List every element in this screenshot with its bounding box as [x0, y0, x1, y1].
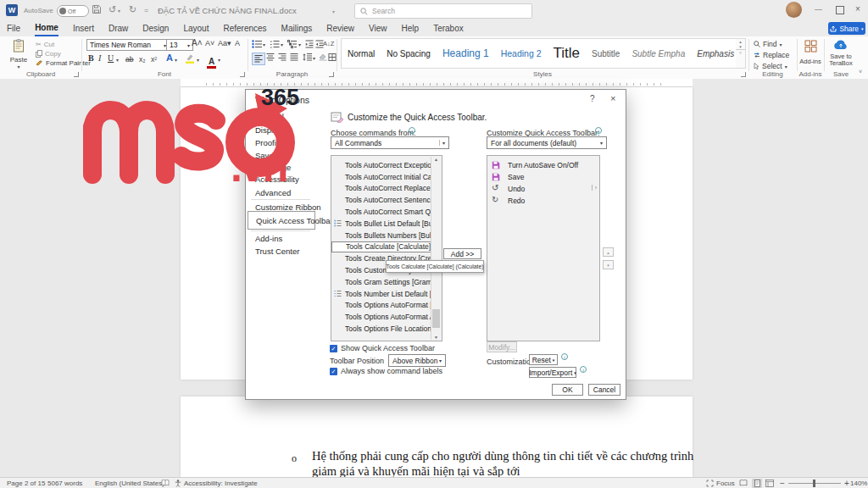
redo-icon[interactable]: ↻ [129, 4, 136, 15]
justify-icon[interactable] [290, 53, 298, 61]
nav-language[interactable]: Language [255, 163, 291, 172]
bold-button[interactable]: B [88, 53, 94, 63]
nav-trust-center[interactable]: Trust Center [255, 247, 299, 256]
dialog-close-button[interactable]: × [610, 93, 615, 103]
import-export-info-icon[interactable]: i [580, 366, 587, 373]
subscript-button[interactable]: x₂ [139, 55, 146, 64]
superscript-button[interactable]: x² [151, 55, 157, 64]
search-box[interactable]: Search [354, 3, 532, 19]
page-indicator[interactable]: Page 2 of 15 [7, 480, 45, 487]
command-item[interactable]: Tools Options AutoFormat As... [331, 311, 431, 323]
qat-overflow-icon[interactable]: = [144, 6, 148, 14]
choose-commands-combo[interactable]: All Commands ▾ [331, 136, 449, 149]
align-right-icon[interactable] [278, 53, 287, 61]
scroll-thumb[interactable] [432, 309, 440, 328]
command-item[interactable]: Tools Bullets Numbers [Bullets... [331, 230, 431, 241]
clear-formatting-icon[interactable]: A [235, 39, 240, 47]
nav-save[interactable]: Save [255, 151, 274, 160]
align-center-icon[interactable] [266, 53, 275, 61]
numbering-dropdown-icon[interactable]: ▾ [281, 42, 283, 47]
web-layout-icon[interactable] [765, 480, 774, 487]
styles-dialog-launcher[interactable] [741, 72, 746, 77]
always-show-labels-option[interactable]: ✓ Always show command labels [330, 367, 442, 375]
style-heading2[interactable]: Heading 2 [495, 40, 548, 67]
align-left-icon[interactable] [252, 53, 265, 65]
command-item[interactable]: Tools AutoCorrect Replace Tex... [331, 183, 431, 195]
language-indicator[interactable]: English (United States) [95, 480, 164, 487]
decrease-indent-icon[interactable] [305, 40, 314, 48]
nav-display[interactable]: Display [255, 125, 281, 135]
share-button[interactable]: Share ▾ [828, 22, 865, 35]
tab-home[interactable]: Home [35, 21, 58, 36]
command-item[interactable]: Tools AutoCorrect Smart Quot... [331, 206, 431, 218]
nav-addins[interactable]: Add-ins [255, 234, 282, 243]
qat-list[interactable]: Turn AutoSave On/Off Save ↺Undo› ↻Redo [487, 155, 600, 341]
tab-file[interactable]: File [7, 22, 20, 36]
minimize-button[interactable]: — [815, 5, 822, 14]
qat-item-redo[interactable]: ↻Redo [487, 195, 599, 207]
style-heading1[interactable]: Heading 1 [437, 40, 495, 67]
grow-font-icon[interactable]: A˄ [192, 38, 203, 47]
underline-button[interactable]: U [108, 53, 114, 63]
line-spacing-dropdown-icon[interactable]: ▾ [313, 55, 315, 61]
collapse-ribbon-icon[interactable]: ˅ [859, 69, 862, 75]
move-down-button[interactable]: ▾ [603, 260, 614, 269]
font-size-combo[interactable]: 13▾ [166, 39, 193, 51]
import-export-button[interactable]: Import/Export▾ [529, 367, 576, 378]
modify-button[interactable]: Modify... [487, 341, 517, 352]
strikethrough-button[interactable]: ab [125, 55, 133, 64]
text-effects-dropdown-icon[interactable]: ▾ [175, 57, 177, 63]
sort-icon[interactable]: A↓Z [323, 40, 334, 47]
customize-qat-info-icon[interactable]: i [595, 127, 602, 134]
command-item[interactable]: Tools AutoCorrect Exceptions [... [331, 159, 431, 171]
copy-button[interactable]: Copy [36, 50, 61, 58]
print-layout-icon[interactable] [752, 479, 762, 488]
font-color-dropdown-icon[interactable]: ▾ [218, 57, 220, 63]
maximize-button[interactable] [836, 6, 844, 14]
commands-list[interactable]: Tools AutoCorrect Exceptions [... Tools … [331, 155, 442, 341]
command-item[interactable]: Tools Bullet List Default [Bullet... [331, 218, 431, 230]
read-mode-icon[interactable] [739, 480, 748, 486]
scroll-up-icon[interactable]: ▲ [431, 157, 441, 162]
tab-mailings[interactable]: Mailings [281, 22, 313, 36]
select-button[interactable]: Select▾ [754, 62, 787, 70]
bullets-dropdown-icon[interactable]: ▾ [263, 42, 265, 47]
accessibility-icon[interactable] [175, 480, 181, 487]
style-title[interactable]: Title [548, 40, 587, 67]
font-dialog-launcher[interactable] [240, 72, 245, 77]
terabox-cloud-icon[interactable] [833, 39, 849, 50]
bullets-icon[interactable] [252, 40, 262, 48]
proofing-icon[interactable] [161, 480, 170, 486]
style-emphasis[interactable]: Emphasis [691, 40, 740, 67]
cut-button[interactable]: ✂Cut [36, 41, 54, 48]
nav-proofing[interactable]: Proofing [255, 138, 285, 147]
undo-icon[interactable]: ↺ [108, 4, 116, 15]
highlight-dropdown-icon[interactable]: ▾ [197, 57, 199, 63]
numbering-icon[interactable] [270, 40, 280, 48]
always-show-labels-checkbox[interactable]: ✓ [330, 368, 337, 375]
font-color-button[interactable]: A [207, 53, 216, 64]
tab-view[interactable]: View [369, 22, 387, 36]
tab-terabox[interactable]: Terabox [433, 22, 464, 36]
show-qat-checkbox[interactable]: ✓ [330, 345, 337, 352]
command-item[interactable]: Tools Gram Settings [Grammar... [331, 276, 431, 288]
nav-quick-access-toolbar-selected[interactable]: Quick Access Toolbar [248, 211, 315, 230]
underline-dropdown-icon[interactable]: ▾ [116, 57, 119, 63]
style-subtle-emphasis[interactable]: Subtle Empha [626, 40, 691, 67]
borders-icon[interactable] [328, 53, 337, 61]
show-qat-option[interactable]: ✓ Show Quick Access Toolbar [330, 344, 435, 352]
qat-item-undo[interactable]: ↺Undo› [487, 183, 599, 195]
horizontal-ruler[interactable] [181, 79, 693, 87]
zoom-out-button[interactable]: − [780, 479, 785, 488]
line-spacing-icon[interactable] [303, 53, 312, 61]
focus-icon[interactable] [706, 480, 714, 487]
nav-accessibility[interactable]: Accessibility [255, 175, 299, 184]
command-item-selected[interactable]: Tools Calculate [Calculate] [331, 241, 431, 253]
cancel-button[interactable]: Cancel [588, 384, 620, 396]
tab-layout[interactable]: Layout [183, 22, 209, 36]
doc-title-chevron-icon[interactable]: ▾ [332, 8, 335, 14]
style-subtitle[interactable]: Subtitle [586, 40, 626, 67]
multilevel-dropdown-icon[interactable]: ▾ [298, 42, 301, 47]
quick-save-icon[interactable] [92, 4, 102, 14]
italic-button[interactable]: I [98, 53, 101, 63]
